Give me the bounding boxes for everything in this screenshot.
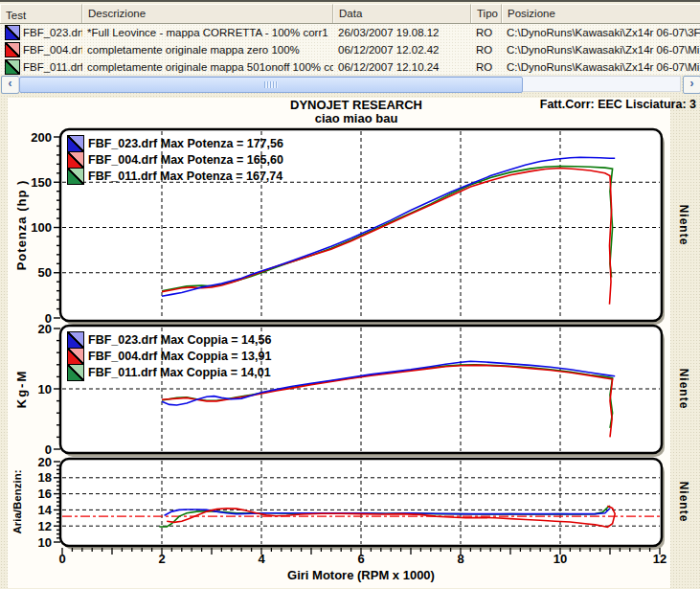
y-tick-label: 10 bbox=[38, 382, 52, 396]
scroll-right-button[interactable]: › bbox=[683, 76, 700, 94]
right-channel-label: Niente bbox=[677, 205, 690, 246]
run-date: 06/12/2007 12.10.24 bbox=[333, 61, 471, 73]
run-type: RO bbox=[471, 61, 502, 73]
scroll-left-button[interactable]: ‹ bbox=[1, 76, 19, 94]
run-list-table: Test Descrizione Data Tipo Posizione FBF… bbox=[0, 4, 700, 75]
run-description: completamente originale mappa zero 100% bbox=[82, 44, 333, 56]
run-date: 26/03/2007 19.08.12 bbox=[333, 27, 471, 38]
y-tick-label: 150 bbox=[31, 175, 52, 190]
chevron-left-icon: ‹ bbox=[9, 77, 12, 90]
legend-swatch-blue bbox=[67, 331, 84, 349]
run-date: 06/12/2007 12.02.42 bbox=[333, 44, 471, 56]
legend-swatch-green bbox=[67, 364, 84, 381]
run-file-name: FBF_023.drf bbox=[23, 27, 82, 38]
legend-swatch-red bbox=[67, 348, 84, 365]
legend-text: FBF_023.drf Max Potenza = 177,56 bbox=[88, 137, 283, 150]
run-path: C:\DynoRuns\Kawasaki\Zx14r 06-07\Mi bbox=[502, 44, 700, 56]
y-tick-label: 50 bbox=[38, 265, 52, 280]
run-file-name: FBF_004.drf bbox=[23, 44, 82, 56]
x-tick-label: 12 bbox=[653, 552, 666, 566]
x-tick-label: 4 bbox=[258, 552, 264, 566]
horizontal-scrollbar[interactable]: ‹ › bbox=[0, 75, 700, 94]
run-type: RO bbox=[471, 44, 502, 56]
y-tick-label: 100 bbox=[31, 220, 52, 235]
x-tick-label: 6 bbox=[357, 552, 364, 566]
table-row[interactable]: FBF_004.drf completamente originale mapp… bbox=[0, 41, 700, 58]
run-color-swatch-blue bbox=[5, 25, 20, 40]
legend-item: FBF_023.drf Max Coppia = 14,56 bbox=[67, 331, 271, 348]
x-tick-label: 8 bbox=[457, 552, 463, 566]
run-file-name: FBF_011.drf bbox=[23, 61, 82, 73]
legend-text: FBF_004.drf Max Potenza = 165,60 bbox=[88, 153, 283, 167]
legend-swatch-green bbox=[67, 168, 84, 185]
y-tick-label: 20 bbox=[38, 322, 52, 336]
legend-item: FBF_004.drf Max Potenza = 165,60 bbox=[67, 151, 283, 168]
run-list-header-row: Test Descrizione Data Tipo Posizione bbox=[0, 4, 700, 24]
column-header-tipo[interactable]: Tipo bbox=[471, 4, 502, 23]
x-tick-label: 2 bbox=[158, 552, 165, 566]
legend-item: FBF_011.drf Max Coppia = 14,01 bbox=[67, 364, 271, 380]
y-axis-title-coppia: Kg-M bbox=[14, 370, 29, 409]
column-header-posizione[interactable]: Posizione bbox=[502, 4, 700, 23]
x-axis-title: Giri Motore (RPM x 1000) bbox=[287, 568, 435, 582]
column-header-test[interactable]: Test bbox=[0, 4, 82, 23]
run-description: *Full Leovince - mappa CORRETTA - 100% c… bbox=[82, 27, 333, 38]
y-tick-label: 14 bbox=[38, 503, 53, 517]
legend-item: FBF_023.drf Max Potenza = 177,56 bbox=[67, 135, 283, 151]
legend-text: FBF_023.drf Max Coppia = 14,56 bbox=[88, 333, 271, 347]
run-color-swatch-red bbox=[5, 42, 20, 57]
x-tick-label: 10 bbox=[553, 552, 567, 566]
y-axis-title-potenza: Potenza (hp ) bbox=[14, 180, 29, 271]
legend-text: FBF_011.drf Max Coppia = 14,01 bbox=[88, 366, 271, 379]
y-tick-label: 20 bbox=[38, 455, 52, 469]
legend-item: FBF_011.drf Max Potenza = 167,74 bbox=[67, 168, 283, 184]
coppia-legend: FBF_023.drf Max Coppia = 14,56 FBF_004.d… bbox=[67, 331, 271, 380]
y-tick-label: 10 bbox=[38, 535, 52, 550]
right-channel-label: Niente bbox=[677, 482, 690, 523]
scrollbar-track[interactable] bbox=[18, 76, 681, 92]
scrollbar-thumb[interactable] bbox=[19, 77, 523, 93]
run-path: C:\DynoRuns\Kawasaki\Zx14r 06-07\3F bbox=[502, 27, 700, 38]
legend-swatch-blue bbox=[67, 135, 84, 152]
x-tick-label: 0 bbox=[58, 552, 65, 566]
chevron-right-icon: › bbox=[690, 77, 694, 90]
table-row[interactable]: FBF_023.drf *Full Leovince - mappa CORRE… bbox=[0, 24, 700, 41]
run-path: C:\DynoRuns\Kawasaki\Zx14r 06-07\Mi bbox=[502, 61, 700, 73]
table-row[interactable]: FBF_011.drf completamente originale mapp… bbox=[0, 58, 700, 76]
legend-text: FBF_011.drf Max Potenza = 167,74 bbox=[88, 170, 282, 183]
column-header-data[interactable]: Data bbox=[333, 4, 471, 23]
y-axis-title-afr: Aria/Benzin: bbox=[11, 469, 23, 533]
y-tick-label: 18 bbox=[38, 470, 52, 485]
scrollbar-grip-icon bbox=[264, 81, 278, 88]
column-header-descrizione[interactable]: Descrizione bbox=[82, 4, 333, 23]
y-tick-label: 200 bbox=[31, 130, 52, 145]
run-type: RO bbox=[471, 27, 502, 38]
y-tick-label: 12 bbox=[38, 519, 52, 533]
legend-text: FBF_004.drf Max Coppia = 13,91 bbox=[88, 350, 271, 363]
run-description: completamente originale mappa 501onoff 1… bbox=[82, 61, 333, 73]
legend-swatch-red bbox=[67, 151, 84, 169]
dynojet-window: { "table": { "headers": ["Test", "Descri… bbox=[0, 0, 700, 589]
potenza-legend: FBF_023.drf Max Potenza = 177,56 FBF_004… bbox=[67, 135, 283, 184]
run-color-swatch-green bbox=[5, 59, 20, 75]
y-tick-label: 16 bbox=[38, 487, 52, 501]
right-channel-label: Niente bbox=[677, 369, 690, 410]
legend-item: FBF_004.drf Max Coppia = 13,91 bbox=[67, 348, 271, 364]
